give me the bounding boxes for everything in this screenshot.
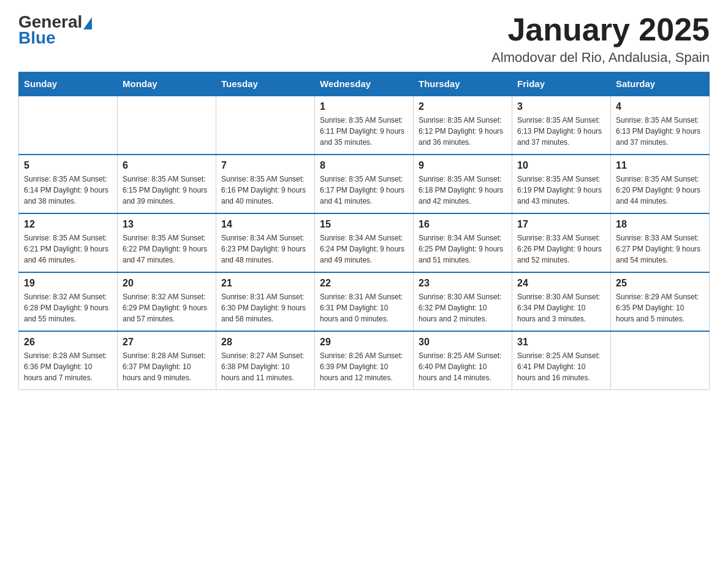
calendar-week-row: 12Sunrise: 8:35 AM Sunset: 6:21 PM Dayli… bbox=[19, 213, 710, 272]
day-header-saturday: Saturday bbox=[611, 72, 710, 96]
day-number: 17 bbox=[517, 219, 605, 230]
calendar-week-row: 26Sunrise: 8:28 AM Sunset: 6:36 PM Dayli… bbox=[19, 331, 710, 390]
calendar-day-20: 20Sunrise: 8:32 AM Sunset: 6:29 PM Dayli… bbox=[118, 272, 216, 331]
calendar-day-26: 26Sunrise: 8:28 AM Sunset: 6:36 PM Dayli… bbox=[19, 331, 118, 390]
calendar-day-28: 28Sunrise: 8:27 AM Sunset: 6:38 PM Dayli… bbox=[216, 331, 315, 390]
day-number: 23 bbox=[419, 278, 507, 289]
calendar-empty-cell bbox=[118, 96, 216, 155]
day-info: Sunrise: 8:30 AM Sunset: 6:32 PM Dayligh… bbox=[419, 291, 507, 324]
day-info: Sunrise: 8:31 AM Sunset: 6:31 PM Dayligh… bbox=[320, 291, 408, 324]
calendar-day-17: 17Sunrise: 8:33 AM Sunset: 6:26 PM Dayli… bbox=[512, 213, 611, 272]
day-info: Sunrise: 8:34 AM Sunset: 6:24 PM Dayligh… bbox=[320, 232, 408, 266]
calendar-day-3: 3Sunrise: 8:35 AM Sunset: 6:13 PM Daylig… bbox=[512, 96, 611, 155]
day-number: 31 bbox=[517, 337, 605, 348]
day-info: Sunrise: 8:35 AM Sunset: 6:21 PM Dayligh… bbox=[24, 232, 112, 266]
calendar-day-19: 19Sunrise: 8:32 AM Sunset: 6:28 PM Dayli… bbox=[19, 272, 118, 331]
calendar-week-row: 1Sunrise: 8:35 AM Sunset: 6:11 PM Daylig… bbox=[19, 96, 710, 155]
day-number: 2 bbox=[419, 101, 507, 112]
day-number: 27 bbox=[123, 337, 211, 348]
day-info: Sunrise: 8:26 AM Sunset: 6:39 PM Dayligh… bbox=[320, 350, 408, 383]
calendar-empty-cell bbox=[216, 96, 315, 155]
page-header: General Blue January 2025 Almodovar del … bbox=[18, 12, 710, 66]
day-number: 3 bbox=[517, 101, 605, 112]
day-info: Sunrise: 8:35 AM Sunset: 6:15 PM Dayligh… bbox=[123, 174, 211, 207]
day-info: Sunrise: 8:32 AM Sunset: 6:29 PM Dayligh… bbox=[123, 291, 211, 324]
calendar-week-row: 5Sunrise: 8:35 AM Sunset: 6:14 PM Daylig… bbox=[19, 155, 710, 213]
calendar-day-6: 6Sunrise: 8:35 AM Sunset: 6:15 PM Daylig… bbox=[118, 155, 216, 213]
day-info: Sunrise: 8:29 AM Sunset: 6:35 PM Dayligh… bbox=[616, 291, 704, 324]
calendar-day-16: 16Sunrise: 8:34 AM Sunset: 6:25 PM Dayli… bbox=[414, 213, 512, 272]
day-number: 14 bbox=[221, 219, 309, 230]
day-number: 13 bbox=[123, 219, 211, 230]
calendar-empty-cell bbox=[19, 96, 118, 155]
calendar-day-30: 30Sunrise: 8:25 AM Sunset: 6:40 PM Dayli… bbox=[414, 331, 512, 390]
day-info: Sunrise: 8:28 AM Sunset: 6:37 PM Dayligh… bbox=[123, 350, 211, 383]
day-info: Sunrise: 8:35 AM Sunset: 6:13 PM Dayligh… bbox=[616, 115, 704, 148]
calendar-day-5: 5Sunrise: 8:35 AM Sunset: 6:14 PM Daylig… bbox=[19, 155, 118, 213]
day-number: 15 bbox=[320, 219, 408, 230]
calendar-day-14: 14Sunrise: 8:34 AM Sunset: 6:23 PM Dayli… bbox=[216, 213, 315, 272]
calendar-day-18: 18Sunrise: 8:33 AM Sunset: 6:27 PM Dayli… bbox=[611, 213, 710, 272]
day-info: Sunrise: 8:35 AM Sunset: 6:17 PM Dayligh… bbox=[320, 174, 408, 207]
calendar-day-10: 10Sunrise: 8:35 AM Sunset: 6:19 PM Dayli… bbox=[512, 155, 611, 213]
day-header-sunday: Sunday bbox=[19, 72, 118, 96]
calendar-day-15: 15Sunrise: 8:34 AM Sunset: 6:24 PM Dayli… bbox=[315, 213, 414, 272]
day-info: Sunrise: 8:35 AM Sunset: 6:18 PM Dayligh… bbox=[419, 174, 507, 207]
calendar-day-25: 25Sunrise: 8:29 AM Sunset: 6:35 PM Dayli… bbox=[611, 272, 710, 331]
calendar-day-24: 24Sunrise: 8:30 AM Sunset: 6:34 PM Dayli… bbox=[512, 272, 611, 331]
logo-blue-text: Blue bbox=[18, 28, 56, 48]
day-info: Sunrise: 8:35 AM Sunset: 6:13 PM Dayligh… bbox=[517, 115, 605, 148]
day-number: 5 bbox=[24, 160, 112, 171]
day-info: Sunrise: 8:28 AM Sunset: 6:36 PM Dayligh… bbox=[24, 350, 112, 383]
day-info: Sunrise: 8:25 AM Sunset: 6:40 PM Dayligh… bbox=[419, 350, 507, 383]
calendar-day-13: 13Sunrise: 8:35 AM Sunset: 6:22 PM Dayli… bbox=[118, 213, 216, 272]
calendar-day-8: 8Sunrise: 8:35 AM Sunset: 6:17 PM Daylig… bbox=[315, 155, 414, 213]
calendar-day-7: 7Sunrise: 8:35 AM Sunset: 6:16 PM Daylig… bbox=[216, 155, 315, 213]
calendar-subtitle: Almodovar del Rio, Andalusia, Spain bbox=[491, 50, 710, 66]
calendar-day-23: 23Sunrise: 8:30 AM Sunset: 6:32 PM Dayli… bbox=[414, 272, 512, 331]
title-block: January 2025 Almodovar del Rio, Andalusi… bbox=[491, 12, 710, 66]
day-number: 20 bbox=[123, 278, 211, 289]
calendar-day-31: 31Sunrise: 8:25 AM Sunset: 6:41 PM Dayli… bbox=[512, 331, 611, 390]
day-header-monday: Monday bbox=[118, 72, 216, 96]
day-number: 1 bbox=[320, 101, 408, 112]
day-header-thursday: Thursday bbox=[414, 72, 512, 96]
day-info: Sunrise: 8:34 AM Sunset: 6:25 PM Dayligh… bbox=[419, 232, 507, 266]
day-info: Sunrise: 8:35 AM Sunset: 6:22 PM Dayligh… bbox=[123, 232, 211, 266]
calendar-day-11: 11Sunrise: 8:35 AM Sunset: 6:20 PM Dayli… bbox=[611, 155, 710, 213]
day-info: Sunrise: 8:34 AM Sunset: 6:23 PM Dayligh… bbox=[221, 232, 309, 266]
day-number: 8 bbox=[320, 160, 408, 171]
day-info: Sunrise: 8:35 AM Sunset: 6:11 PM Dayligh… bbox=[320, 115, 408, 148]
day-number: 9 bbox=[419, 160, 507, 171]
day-header-friday: Friday bbox=[512, 72, 611, 96]
calendar-day-12: 12Sunrise: 8:35 AM Sunset: 6:21 PM Dayli… bbox=[19, 213, 118, 272]
day-number: 24 bbox=[517, 278, 605, 289]
day-number: 29 bbox=[320, 337, 408, 348]
calendar-day-9: 9Sunrise: 8:35 AM Sunset: 6:18 PM Daylig… bbox=[414, 155, 512, 213]
calendar-day-21: 21Sunrise: 8:31 AM Sunset: 6:30 PM Dayli… bbox=[216, 272, 315, 331]
day-info: Sunrise: 8:32 AM Sunset: 6:28 PM Dayligh… bbox=[24, 291, 112, 324]
day-info: Sunrise: 8:33 AM Sunset: 6:26 PM Dayligh… bbox=[517, 232, 605, 266]
calendar-day-27: 27Sunrise: 8:28 AM Sunset: 6:37 PM Dayli… bbox=[118, 331, 216, 390]
day-number: 22 bbox=[320, 278, 408, 289]
day-number: 16 bbox=[419, 219, 507, 230]
day-info: Sunrise: 8:35 AM Sunset: 6:19 PM Dayligh… bbox=[517, 174, 605, 207]
calendar-day-29: 29Sunrise: 8:26 AM Sunset: 6:39 PM Dayli… bbox=[315, 331, 414, 390]
day-number: 28 bbox=[221, 337, 309, 348]
calendar-day-1: 1Sunrise: 8:35 AM Sunset: 6:11 PM Daylig… bbox=[315, 96, 414, 155]
day-number: 10 bbox=[517, 160, 605, 171]
calendar-table: SundayMondayTuesdayWednesdayThursdayFrid… bbox=[18, 72, 710, 390]
day-info: Sunrise: 8:35 AM Sunset: 6:12 PM Dayligh… bbox=[419, 115, 507, 148]
day-number: 4 bbox=[616, 101, 704, 112]
calendar-title: January 2025 bbox=[491, 12, 710, 47]
day-header-wednesday: Wednesday bbox=[315, 72, 414, 96]
day-info: Sunrise: 8:25 AM Sunset: 6:41 PM Dayligh… bbox=[517, 350, 605, 383]
day-number: 6 bbox=[123, 160, 211, 171]
logo-triangle-icon bbox=[83, 17, 92, 29]
day-number: 12 bbox=[24, 219, 112, 230]
day-header-tuesday: Tuesday bbox=[216, 72, 315, 96]
day-info: Sunrise: 8:35 AM Sunset: 6:14 PM Dayligh… bbox=[24, 174, 112, 207]
day-number: 25 bbox=[616, 278, 704, 289]
day-number: 19 bbox=[24, 278, 112, 289]
calendar-week-row: 19Sunrise: 8:32 AM Sunset: 6:28 PM Dayli… bbox=[19, 272, 710, 331]
